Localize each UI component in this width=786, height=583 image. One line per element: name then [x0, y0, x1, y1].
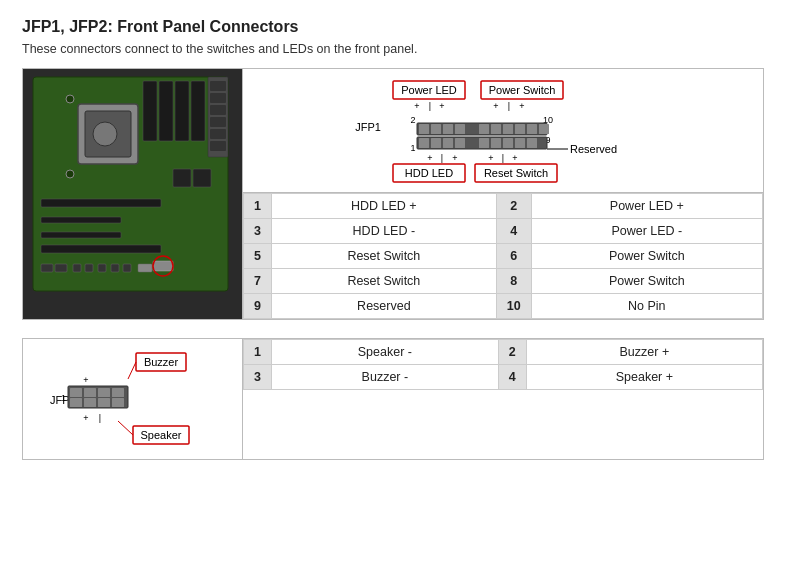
- svg-rect-22: [173, 169, 191, 187]
- svg-rect-58: [539, 124, 549, 134]
- svg-rect-91: [112, 388, 124, 397]
- svg-rect-18: [98, 264, 106, 272]
- svg-rect-1: [143, 81, 157, 141]
- pin-label: HDD LED +: [272, 194, 497, 219]
- svg-rect-95: [112, 398, 124, 407]
- pin-label: Buzzer +: [526, 340, 762, 365]
- pin-number: 9: [244, 294, 272, 319]
- pin-label: HDD LED -: [272, 219, 497, 244]
- pin-label: No Pin: [531, 294, 762, 319]
- pin-number: 2: [496, 194, 531, 219]
- svg-text:Power LED: Power LED: [401, 84, 457, 96]
- svg-line-100: [118, 421, 133, 435]
- svg-rect-56: [515, 124, 525, 134]
- pin-label: Speaker -: [272, 340, 499, 365]
- svg-rect-67: [515, 138, 525, 148]
- pin-label: Power Switch: [531, 244, 762, 269]
- table-row: 1 Speaker - 2 Buzzer +: [244, 340, 763, 365]
- svg-text:Power Switch: Power Switch: [489, 84, 556, 96]
- svg-line-84: [128, 362, 136, 379]
- pin-number: 8: [496, 269, 531, 294]
- svg-rect-54: [491, 124, 501, 134]
- svg-rect-64: [479, 138, 489, 148]
- svg-rect-93: [84, 398, 96, 407]
- pin-number: 1: [244, 194, 272, 219]
- svg-rect-28: [210, 93, 226, 103]
- pin-number: 10: [496, 294, 531, 319]
- jfp2-table: 1 Speaker - 2 Buzzer + 3 Buzzer - 4 Spea…: [243, 339, 763, 390]
- svg-rect-14: [41, 264, 53, 272]
- svg-text:JFP1: JFP1: [355, 121, 381, 133]
- svg-rect-20: [123, 264, 131, 272]
- pin-label: Reset Switch: [272, 244, 497, 269]
- svg-text:+: +: [83, 413, 88, 423]
- pin-label: Reserved: [272, 294, 497, 319]
- svg-point-7: [93, 122, 117, 146]
- svg-text:+: +: [512, 153, 517, 163]
- table-row: 5 Reset Switch 6 Power Switch: [244, 244, 763, 269]
- svg-text:Buzzer: Buzzer: [143, 356, 178, 368]
- pin-label: Power Switch: [531, 269, 762, 294]
- pin-number: 7: [244, 269, 272, 294]
- svg-text:+: +: [452, 153, 457, 163]
- svg-rect-29: [210, 105, 226, 115]
- svg-rect-60: [419, 138, 429, 148]
- jfp1-diagram: Power LED Power Switch + | + + | + JFP1 …: [243, 69, 763, 193]
- jfp1-table: 1 HDD LED + 2 Power LED + 3 HDD LED - 4 …: [243, 193, 763, 319]
- pin-label: Buzzer -: [272, 365, 499, 390]
- svg-rect-68: [527, 138, 537, 148]
- svg-rect-65: [491, 138, 501, 148]
- jfp1-right: Power LED Power Switch + | + + | + JFP1 …: [243, 69, 763, 319]
- svg-rect-3: [175, 81, 189, 141]
- svg-text:|: |: [441, 153, 443, 163]
- svg-text:Speaker: Speaker: [140, 429, 181, 441]
- svg-text:+: +: [439, 101, 444, 111]
- svg-rect-4: [191, 81, 205, 141]
- svg-rect-62: [443, 138, 453, 148]
- svg-text:|: |: [429, 101, 431, 111]
- svg-rect-27: [210, 81, 226, 91]
- svg-text:Reserved: Reserved: [570, 143, 617, 155]
- pin-number: 3: [244, 365, 272, 390]
- svg-rect-13: [41, 245, 161, 253]
- svg-rect-89: [84, 388, 96, 397]
- jfp1-section: Power LED Power Switch + | + + | + JFP1 …: [22, 68, 764, 320]
- svg-point-8: [66, 95, 74, 103]
- svg-rect-52: [455, 124, 465, 134]
- svg-text:Reset Switch: Reset Switch: [484, 167, 548, 179]
- svg-rect-90: [98, 388, 110, 397]
- svg-rect-15: [55, 264, 67, 272]
- table-row: 3 HDD LED - 4 Power LED -: [244, 219, 763, 244]
- svg-rect-63: [455, 138, 465, 148]
- svg-text:|: |: [502, 153, 504, 163]
- svg-text:2: 2: [410, 115, 415, 125]
- table-row: 3 Buzzer - 4 Speaker +: [244, 365, 763, 390]
- pin-label: Power LED +: [531, 194, 762, 219]
- svg-rect-31: [210, 129, 226, 139]
- pin-label: Reset Switch: [272, 269, 497, 294]
- pin-number: 1: [244, 340, 272, 365]
- svg-rect-21: [138, 264, 152, 272]
- pin-number: 4: [498, 365, 526, 390]
- table-row: 7 Reset Switch 8 Power Switch: [244, 269, 763, 294]
- board-svg: [23, 69, 243, 299]
- svg-rect-16: [73, 264, 81, 272]
- svg-rect-24: [153, 261, 173, 271]
- svg-text:HDD LED: HDD LED: [405, 167, 453, 179]
- svg-rect-92: [70, 398, 82, 407]
- jfp2-diagram: JFP2 Buzzer + 1 + |: [23, 339, 243, 459]
- pin-number: 3: [244, 219, 272, 244]
- svg-rect-66: [503, 138, 513, 148]
- table-row: 9 Reserved 10 No Pin: [244, 294, 763, 319]
- svg-point-9: [66, 170, 74, 178]
- jfp1-connector-svg: Power LED Power Switch + | + + | + JFP1 …: [333, 79, 673, 184]
- table-row: 1 HDD LED + 2 Power LED +: [244, 194, 763, 219]
- svg-rect-32: [210, 141, 226, 151]
- svg-text:|: |: [98, 413, 100, 423]
- pin-label: Power LED -: [531, 219, 762, 244]
- svg-text:+: +: [519, 101, 524, 111]
- svg-rect-17: [85, 264, 93, 272]
- page-subtitle: These connectors connect to the switches…: [22, 42, 764, 56]
- svg-rect-51: [443, 124, 453, 134]
- svg-rect-88: [70, 388, 82, 397]
